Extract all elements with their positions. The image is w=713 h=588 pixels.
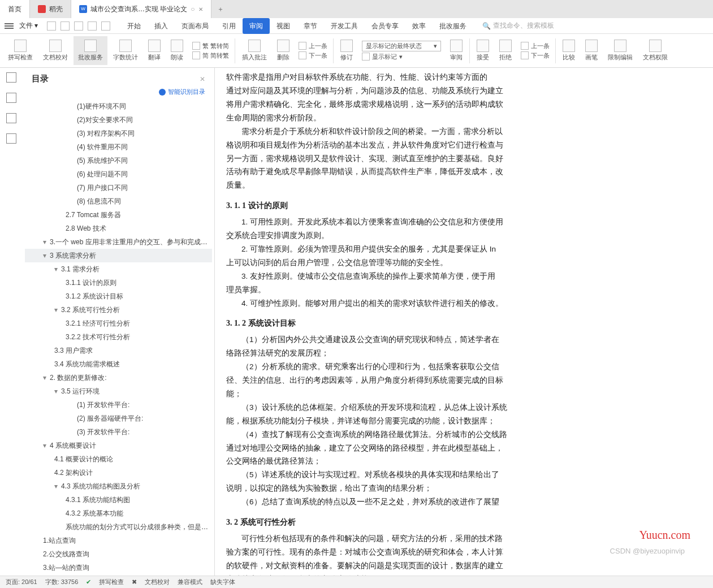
outline-item[interactable]: 1.站点查询 bbox=[25, 534, 212, 547]
outline-item[interactable]: (4) 软件重用不同 bbox=[25, 140, 212, 154]
outline-item[interactable]: (3) 对程序架构不同 bbox=[25, 127, 212, 140]
outline-item[interactable]: (1) 开发软件平台: bbox=[25, 398, 212, 412]
rb-insert-comment[interactable]: 插入批注 bbox=[237, 36, 271, 65]
outline-item[interactable]: 3.2.2 技术可行性分析 bbox=[25, 330, 212, 344]
rb-reject[interactable]: 拒绝 bbox=[495, 36, 516, 65]
rb-correct-svc[interactable]: 批改服务 bbox=[74, 36, 107, 65]
status-spell[interactable]: 拼写检查 bbox=[99, 578, 124, 586]
outline-item[interactable]: (1)硬件环境不同 bbox=[25, 100, 212, 113]
outline-smart[interactable]: 智能识别目录 bbox=[168, 88, 205, 96]
qa-preview-icon[interactable] bbox=[74, 21, 83, 31]
menu-layout[interactable]: 页面布局 bbox=[175, 18, 215, 34]
outline-item[interactable]: 4.2 架构设计 bbox=[25, 466, 212, 479]
qa-print-icon[interactable] bbox=[61, 21, 70, 31]
status-proof[interactable]: 文档校对 bbox=[145, 578, 170, 586]
rb-restrict[interactable]: 限制编辑 bbox=[603, 36, 637, 65]
rb-accept[interactable]: 接受 bbox=[472, 36, 494, 65]
outline-item[interactable]: ▾2. 数据的更新修改: bbox=[25, 371, 212, 384]
menu-correct[interactable]: 批改服务 bbox=[433, 18, 473, 34]
rb-translate[interactable]: 翻译 bbox=[144, 36, 165, 65]
outline-item[interactable]: (5) 系统维护不同 bbox=[25, 154, 212, 167]
document-viewport[interactable]: 软件需求是指用户对目标软件系统在功能、行为、性能、设计约束等方面的 通过对应问题… bbox=[215, 68, 713, 576]
outline-item[interactable]: ▾3.一个 web 应用非常注重用户的交互、参与和完成任… bbox=[25, 235, 212, 249]
outline-item[interactable]: (2) 服务器端硬件平台: bbox=[25, 412, 212, 425]
command-search[interactable]: 🔍 查找命令、搜索模板 bbox=[482, 21, 554, 31]
outline-item[interactable]: 4.3.1 系统功能结构图 bbox=[25, 493, 212, 507]
rb-next-comment[interactable]: 下一条 bbox=[299, 51, 327, 60]
outline-item[interactable]: ▾4 系统概要设计 bbox=[25, 439, 212, 452]
outline-item[interactable]: ▾3.1 需求分析 bbox=[25, 262, 212, 276]
outline-item[interactable]: 3.1.2 系统设计目标 bbox=[25, 289, 212, 303]
sidebar-bookmark-icon[interactable] bbox=[6, 113, 16, 123]
menu-chapter[interactable]: 章节 bbox=[297, 18, 324, 34]
rb-pen[interactable]: 画笔 bbox=[581, 36, 602, 65]
outline-item[interactable]: 4.1 概要设计的概论 bbox=[25, 452, 212, 466]
rb-review-pane[interactable]: 审阅 bbox=[446, 36, 467, 65]
outline-item[interactable]: 3.1.1 设计的原则 bbox=[25, 276, 212, 289]
para: 通过对应问题及其环境的理解与分析，为问题涉及的信息、功能及系统行为建立 bbox=[226, 85, 702, 97]
outline-body[interactable]: (1)硬件环境不同(2)对安全要求不同(3) 对程序架构不同(4) 软件重用不同… bbox=[23, 100, 214, 576]
outline-item[interactable]: (7) 用户接口不同 bbox=[25, 181, 212, 194]
menu-start[interactable]: 开始 bbox=[120, 18, 148, 34]
rb-wordcount[interactable]: 字数统计 bbox=[109, 36, 142, 65]
sidebar-outline-icon[interactable] bbox=[6, 72, 16, 83]
qa-redo-icon[interactable] bbox=[101, 21, 110, 31]
outline-item[interactable]: ▾4.3 系统功能结构图及分析 bbox=[25, 479, 212, 493]
menu-eff[interactable]: 效率 bbox=[405, 18, 433, 34]
outline-item[interactable]: (3) 开发软件平台: bbox=[25, 425, 212, 439]
outline-item[interactable]: 3.2.1 经济可行性分析 bbox=[25, 317, 212, 330]
outline-item[interactable]: ▾3.2 系统可行性分析 bbox=[25, 303, 212, 317]
status-font[interactable]: 缺失字体 bbox=[210, 578, 235, 586]
outline-item[interactable]: (2)对安全要求不同 bbox=[25, 113, 212, 127]
outline-close-icon[interactable]: ✕ bbox=[200, 75, 205, 83]
menu-vip[interactable]: 会员专享 bbox=[365, 18, 405, 34]
menu-insert[interactable]: 插入 bbox=[148, 18, 175, 34]
rb-next-change[interactable]: 下一条 bbox=[521, 51, 550, 60]
menu-view[interactable]: 视图 bbox=[270, 18, 297, 34]
tab-home[interactable]: 首页 bbox=[0, 0, 30, 18]
rb-simp2trad[interactable]: 简 简转繁 bbox=[192, 51, 229, 60]
tab-dk[interactable]: 稻壳 bbox=[30, 0, 71, 18]
word-icon: W bbox=[79, 5, 87, 13]
rb-spellcheck[interactable]: 拼写检查 bbox=[3, 36, 37, 65]
rb-compare[interactable]: 比较 bbox=[558, 36, 580, 65]
menu-ref[interactable]: 引用 bbox=[215, 18, 243, 34]
outline-item[interactable]: 2.8 Web 技术 bbox=[25, 222, 212, 235]
status-compat[interactable]: 兼容模式 bbox=[178, 578, 202, 586]
rb-prev-comment[interactable]: 上一条 bbox=[299, 42, 327, 50]
rb-read[interactable]: 朗读 bbox=[166, 36, 188, 65]
show-markup[interactable]: 显示标记 ▾ bbox=[362, 53, 441, 61]
sidebar-search-icon[interactable] bbox=[6, 133, 16, 144]
status-words[interactable]: 字数: 33756 bbox=[45, 578, 79, 586]
tab-close-icon[interactable]: ✕ bbox=[198, 6, 203, 12]
outline-item[interactable]: ▾3.5 运行环境 bbox=[25, 384, 212, 398]
rb-delete[interactable]: 删除 bbox=[273, 36, 294, 65]
status-page[interactable]: 页面: 20/61 bbox=[6, 578, 37, 586]
rb-trad2simp[interactable]: 繁 繁转简 bbox=[192, 42, 229, 50]
outline-item[interactable]: ▾3 系统需求分析 bbox=[25, 249, 212, 262]
outline-item[interactable]: 4.3.2 系统基本功能 bbox=[25, 507, 212, 520]
sidebar-nav-icon[interactable] bbox=[6, 93, 16, 103]
rb-perm[interactable]: 文档权限 bbox=[638, 36, 672, 65]
outline-item[interactable]: 3.4 系统功能需求概述 bbox=[25, 357, 212, 371]
rb-proof[interactable]: 文档校对 bbox=[38, 36, 72, 65]
menu-review[interactable]: 审阅 bbox=[243, 18, 270, 34]
outline-item[interactable]: 2.公交线路查询 bbox=[25, 547, 212, 561]
outline-item[interactable]: 3.站—站的查询 bbox=[25, 561, 212, 574]
tab-document[interactable]: W城市公交查询系…实现 毕业论文○✕ bbox=[71, 0, 211, 18]
menu-dev[interactable]: 开发工具 bbox=[324, 18, 365, 34]
outline-item[interactable]: 3.3 用户需求 bbox=[25, 344, 212, 357]
qa-undo-icon[interactable] bbox=[88, 21, 97, 31]
tab-add-button[interactable]: ＋ bbox=[211, 0, 230, 18]
outline-item[interactable]: 系统功能的划分方式可以分成很多种类，但是我… bbox=[25, 520, 212, 534]
outline-item[interactable]: 2.7 Tomcat 服务器 bbox=[25, 208, 212, 222]
menu-file[interactable]: 文件 ▾ bbox=[16, 21, 41, 31]
rb-track[interactable]: 修订 bbox=[336, 36, 357, 65]
markup-display-dd[interactable]: 显示标记的最终状态▾ bbox=[362, 41, 441, 51]
qa-save-icon[interactable] bbox=[47, 21, 56, 31]
rb-prev-change[interactable]: 上一条 bbox=[521, 42, 550, 50]
outline-item[interactable]: (6) 处理问题不同 bbox=[25, 167, 212, 181]
outline-item[interactable]: (8) 信息流不同 bbox=[25, 194, 212, 208]
hamburger-icon[interactable] bbox=[5, 23, 14, 29]
left-iconbar bbox=[0, 68, 23, 144]
